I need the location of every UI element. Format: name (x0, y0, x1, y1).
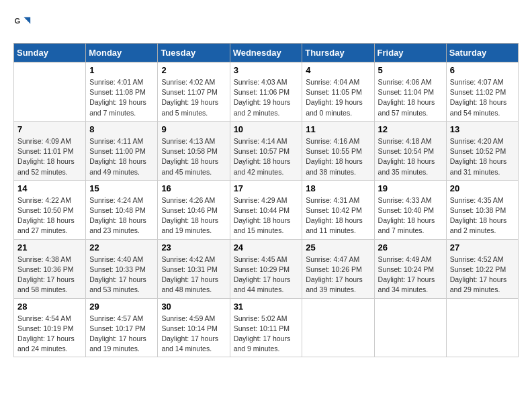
day-number: 13 (450, 124, 515, 134)
calendar-cell: 29Sunrise: 4:57 AMSunset: 10:17 PMDaylig… (86, 298, 158, 357)
day-number: 30 (161, 302, 226, 312)
calendar-cell: 4Sunrise: 4:04 AMSunset: 11:05 PMDayligh… (302, 62, 374, 122)
day-detail: Sunrise: 4:13 AMSunset: 10:58 PMDaylight… (161, 136, 226, 177)
calendar-cell: 30Sunrise: 4:59 AMSunset: 10:14 PMDaylig… (158, 298, 230, 357)
svg-text:G: G (14, 17, 20, 25)
calendar-cell: 13Sunrise: 4:20 AMSunset: 10:52 PMDaylig… (446, 121, 518, 180)
day-number: 7 (17, 124, 82, 134)
calendar-cell: 23Sunrise: 4:42 AMSunset: 10:31 PMDaylig… (158, 239, 230, 298)
calendar-cell: 1Sunrise: 4:01 AMSunset: 11:08 PMDayligh… (86, 62, 158, 122)
calendar-table: SundayMondayTuesdayWednesdayThursdayFrid… (13, 43, 519, 357)
calendar-cell: 16Sunrise: 4:26 AMSunset: 10:46 PMDaylig… (158, 180, 230, 239)
day-number: 18 (306, 183, 370, 193)
weekday-header-wednesday: Wednesday (230, 44, 302, 62)
day-detail: Sunrise: 4:29 AMSunset: 10:44 PMDaylight… (234, 195, 299, 236)
calendar-cell: 18Sunrise: 4:31 AMSunset: 10:42 PMDaylig… (302, 180, 374, 239)
day-detail: Sunrise: 4:06 AMSunset: 11:04 PMDaylight… (378, 77, 443, 118)
calendar-week-row: 7Sunrise: 4:09 AMSunset: 11:01 PMDayligh… (14, 121, 519, 180)
day-detail: Sunrise: 4:59 AMSunset: 10:14 PMDaylight… (161, 314, 226, 355)
calendar-cell: 10Sunrise: 4:14 AMSunset: 10:57 PMDaylig… (230, 121, 302, 180)
day-detail: Sunrise: 4:35 AMSunset: 10:38 PMDaylight… (450, 195, 515, 236)
day-number: 31 (234, 302, 299, 312)
calendar-cell: 14Sunrise: 4:22 AMSunset: 10:50 PMDaylig… (14, 180, 86, 239)
calendar-cell: 7Sunrise: 4:09 AMSunset: 11:01 PMDayligh… (14, 121, 86, 180)
day-number: 24 (234, 242, 299, 253)
calendar-cell: 12Sunrise: 4:18 AMSunset: 10:54 PMDaylig… (374, 121, 446, 180)
day-detail: Sunrise: 4:07 AMSunset: 11:02 PMDaylight… (450, 77, 515, 118)
day-number: 21 (17, 242, 82, 253)
day-detail: Sunrise: 4:26 AMSunset: 10:46 PMDaylight… (161, 195, 226, 236)
day-number: 28 (17, 302, 82, 312)
day-number: 26 (378, 242, 443, 253)
weekday-header-sunday: Sunday (14, 44, 86, 62)
day-detail: Sunrise: 4:02 AMSunset: 11:07 PMDaylight… (161, 77, 226, 118)
day-number: 27 (450, 242, 515, 253)
calendar-week-row: 28Sunrise: 4:54 AMSunset: 10:19 PMDaylig… (14, 298, 519, 357)
calendar-cell: 24Sunrise: 4:45 AMSunset: 10:29 PMDaylig… (230, 239, 302, 298)
day-detail: Sunrise: 4:57 AMSunset: 10:17 PMDaylight… (89, 314, 154, 355)
calendar-cell: 17Sunrise: 4:29 AMSunset: 10:44 PMDaylig… (230, 180, 302, 239)
calendar-cell: 22Sunrise: 4:40 AMSunset: 10:33 PMDaylig… (86, 239, 158, 298)
calendar-cell: 6Sunrise: 4:07 AMSunset: 11:02 PMDayligh… (446, 62, 518, 122)
day-detail: Sunrise: 4:42 AMSunset: 10:31 PMDaylight… (161, 255, 226, 295)
calendar-cell (302, 298, 374, 357)
calendar-cell: 19Sunrise: 4:33 AMSunset: 10:40 PMDaylig… (374, 180, 446, 239)
day-detail: Sunrise: 4:03 AMSunset: 11:06 PMDaylight… (234, 77, 299, 118)
calendar-cell: 21Sunrise: 4:38 AMSunset: 10:36 PMDaylig… (14, 239, 86, 298)
calendar-cell: 3Sunrise: 4:03 AMSunset: 11:06 PMDayligh… (230, 62, 302, 122)
day-detail: Sunrise: 4:47 AMSunset: 10:26 PMDaylight… (306, 255, 370, 295)
calendar-cell: 15Sunrise: 4:24 AMSunset: 10:48 PMDaylig… (86, 180, 158, 239)
day-detail: Sunrise: 4:18 AMSunset: 10:54 PMDaylight… (378, 136, 443, 177)
day-number: 5 (378, 65, 443, 75)
day-detail: Sunrise: 4:14 AMSunset: 10:57 PMDaylight… (234, 136, 299, 177)
day-number: 22 (89, 242, 154, 253)
weekday-header-monday: Monday (86, 44, 158, 62)
calendar-cell: 31Sunrise: 5:02 AMSunset: 10:11 PMDaylig… (230, 298, 302, 357)
calendar-cell: 2Sunrise: 4:02 AMSunset: 11:07 PMDayligh… (158, 62, 230, 122)
day-detail: Sunrise: 4:38 AMSunset: 10:36 PMDaylight… (17, 255, 82, 295)
calendar-cell: 20Sunrise: 4:35 AMSunset: 10:38 PMDaylig… (446, 180, 518, 239)
day-detail: Sunrise: 4:33 AMSunset: 10:40 PMDaylight… (378, 195, 443, 236)
day-detail: Sunrise: 4:52 AMSunset: 10:22 PMDaylight… (450, 255, 515, 295)
day-detail: Sunrise: 4:09 AMSunset: 11:01 PMDaylight… (17, 136, 82, 177)
calendar-cell (446, 298, 518, 357)
day-number: 11 (306, 124, 370, 134)
day-number: 6 (450, 65, 515, 75)
day-number: 1 (89, 65, 154, 75)
day-detail: Sunrise: 4:31 AMSunset: 10:42 PMDaylight… (306, 195, 370, 236)
logo: G (13, 13, 35, 32)
calendar-week-row: 1Sunrise: 4:01 AMSunset: 11:08 PMDayligh… (14, 62, 519, 122)
page-header: G (13, 13, 519, 32)
day-detail: Sunrise: 4:11 AMSunset: 11:00 PMDaylight… (89, 136, 154, 177)
day-number: 15 (89, 183, 154, 193)
calendar-cell: 11Sunrise: 4:16 AMSunset: 10:55 PMDaylig… (302, 121, 374, 180)
calendar-cell: 27Sunrise: 4:52 AMSunset: 10:22 PMDaylig… (446, 239, 518, 298)
day-number: 29 (89, 302, 154, 312)
day-detail: Sunrise: 4:04 AMSunset: 11:05 PMDaylight… (306, 77, 370, 118)
weekday-header-thursday: Thursday (302, 44, 374, 62)
day-number: 12 (378, 124, 443, 134)
calendar-cell (14, 62, 86, 122)
logo-icon: G (13, 13, 32, 32)
calendar-week-row: 14Sunrise: 4:22 AMSunset: 10:50 PMDaylig… (14, 180, 519, 239)
day-number: 2 (161, 65, 226, 75)
day-detail: Sunrise: 4:01 AMSunset: 11:08 PMDaylight… (89, 77, 154, 118)
day-number: 17 (234, 183, 299, 193)
day-detail: Sunrise: 4:20 AMSunset: 10:52 PMDaylight… (450, 136, 515, 177)
day-detail: Sunrise: 4:22 AMSunset: 10:50 PMDaylight… (17, 195, 82, 236)
day-number: 10 (234, 124, 299, 134)
day-detail: Sunrise: 4:16 AMSunset: 10:55 PMDaylight… (306, 136, 370, 177)
calendar-cell: 28Sunrise: 4:54 AMSunset: 10:19 PMDaylig… (14, 298, 86, 357)
day-number: 23 (161, 242, 226, 253)
day-number: 9 (161, 124, 226, 134)
day-number: 3 (234, 65, 299, 75)
day-number: 4 (306, 65, 370, 75)
calendar-cell (374, 298, 446, 357)
calendar-cell: 8Sunrise: 4:11 AMSunset: 11:00 PMDayligh… (86, 121, 158, 180)
calendar-cell: 25Sunrise: 4:47 AMSunset: 10:26 PMDaylig… (302, 239, 374, 298)
weekday-header-tuesday: Tuesday (158, 44, 230, 62)
day-number: 8 (89, 124, 154, 134)
day-number: 25 (306, 242, 370, 253)
day-number: 19 (378, 183, 443, 193)
weekday-header-friday: Friday (374, 44, 446, 62)
